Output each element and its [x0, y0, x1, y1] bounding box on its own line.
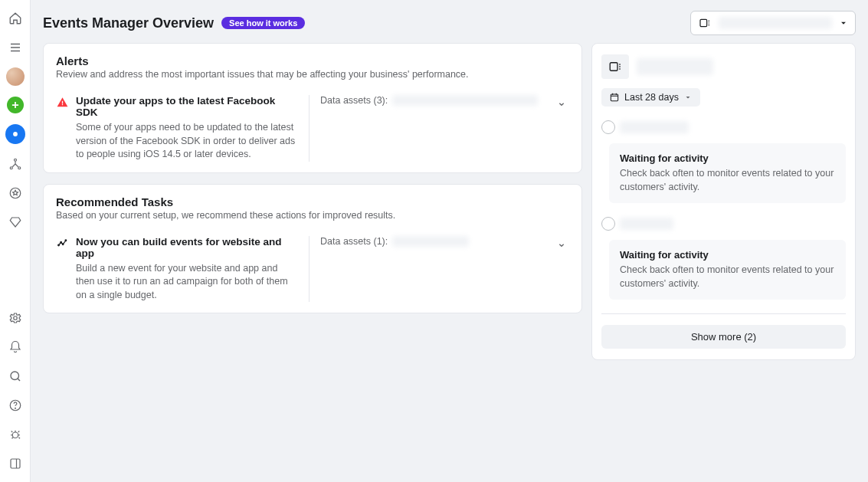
svg-point-5: [13, 316, 17, 320]
svg-point-12: [57, 244, 59, 246]
svg-point-15: [65, 239, 67, 241]
data-source-row[interactable]: [601, 217, 846, 231]
svg-rect-10: [11, 459, 20, 468]
show-more-button[interactable]: Show more (2): [601, 325, 846, 349]
svg-point-2: [10, 167, 12, 169]
data-sources-panel: Last 28 days Waiting for activity Check …: [591, 43, 856, 360]
alert-data-assets: Data assets (3):: [309, 95, 546, 162]
nav-diamond-icon[interactable]: [6, 213, 25, 231]
svg-point-3: [18, 167, 20, 169]
svg-point-6: [11, 372, 19, 380]
activity-status-box: Waiting for activity Check back often to…: [609, 143, 846, 203]
tasks-card: Recommended Tasks Based on your current …: [43, 184, 582, 314]
nav-notifications-icon[interactable]: [6, 338, 25, 356]
svg-point-8: [15, 408, 15, 408]
tasks-subtitle: Based on your current setup, we recommen…: [56, 210, 569, 221]
svg-point-1: [14, 159, 16, 161]
alerts-subtitle: Review and address the most important is…: [56, 69, 569, 80]
account-icon: [697, 16, 712, 30]
nav-bug-icon[interactable]: [6, 425, 25, 444]
svg-rect-17: [611, 94, 617, 101]
caret-down-icon: [683, 93, 693, 102]
task-assets-label: Data assets (1):: [320, 236, 388, 247]
activity-desc: Check back often to monitor events relat…: [620, 167, 835, 194]
task-data-assets: Data assets (1):: [309, 236, 546, 303]
source-status-icon: [601, 217, 615, 231]
svg-point-0: [13, 132, 18, 136]
task-item: Now you can build events for website and…: [56, 231, 569, 303]
svg-point-9: [12, 432, 18, 438]
activity-desc: Check back often to monitor events relat…: [620, 264, 835, 290]
alerts-card: Alerts Review and address the most impor…: [43, 43, 582, 173]
nav-home-icon[interactable]: [6, 9, 25, 28]
alert-item: Update your apps to the latest Facebook …: [56, 90, 569, 162]
task-expand-chevron[interactable]: [554, 236, 569, 251]
date-range-label: Last 28 days: [624, 92, 679, 103]
caret-down-icon: [838, 18, 849, 28]
nav-connections-icon[interactable]: [6, 155, 25, 173]
see-how-it-works-badge[interactable]: See how it works: [221, 17, 305, 29]
source-name-redacted: [620, 218, 673, 230]
activity-status-box: Waiting for activity Check back often to…: [609, 240, 846, 300]
svg-rect-11: [700, 19, 707, 26]
warning-icon: [56, 95, 68, 108]
alert-assets-redacted: [392, 95, 538, 106]
tasks-title: Recommended Tasks: [56, 195, 569, 208]
main-content: Events Manager Overview See how it works…: [31, 0, 868, 482]
nav-settings-icon[interactable]: [6, 309, 25, 327]
nav-panel-icon[interactable]: [6, 454, 25, 473]
alert-assets-label: Data assets (3):: [320, 95, 388, 106]
data-source-row[interactable]: [601, 120, 846, 134]
calendar-icon: [609, 92, 620, 103]
activity-title: Waiting for activity: [620, 249, 835, 261]
nav-search-icon[interactable]: [6, 367, 25, 385]
task-item-desc: Build a new event for your website and a…: [76, 262, 298, 303]
nav-menu-icon[interactable]: [6, 38, 25, 57]
svg-point-14: [62, 243, 64, 244]
svg-point-13: [60, 241, 61, 243]
source-status-icon: [601, 120, 615, 134]
account-selector-dropdown[interactable]: [690, 11, 856, 35]
left-nav-rail: [0, 0, 31, 482]
page-title: Events Manager Overview: [43, 15, 214, 31]
alert-item-desc: Some of your apps need to be updated to …: [76, 121, 298, 162]
sources-header: [601, 54, 846, 79]
nav-avatar[interactable]: [6, 67, 25, 86]
task-assets-redacted: [392, 236, 469, 247]
task-item-title: Now you can build events for website and…: [76, 236, 298, 259]
activity-title: Waiting for activity: [620, 152, 835, 164]
svg-rect-16: [610, 63, 617, 71]
alerts-title: Alerts: [56, 54, 569, 67]
alert-expand-chevron[interactable]: [554, 95, 569, 110]
divider: [601, 313, 846, 314]
alert-item-title: Update your apps to the latest Facebook …: [76, 95, 298, 118]
nav-add-button[interactable]: [7, 97, 24, 113]
page-header: Events Manager Overview See how it works: [43, 11, 856, 35]
nav-events-active-icon[interactable]: [5, 124, 25, 144]
source-name-redacted: [620, 121, 689, 133]
trend-icon: [56, 236, 68, 249]
date-range-selector[interactable]: Last 28 days: [601, 88, 700, 107]
nav-star-icon[interactable]: [6, 184, 25, 202]
account-name-redacted: [719, 17, 832, 29]
sources-title-redacted: [637, 58, 713, 75]
sources-icon: [601, 54, 629, 79]
nav-help-icon[interactable]: [6, 396, 25, 415]
